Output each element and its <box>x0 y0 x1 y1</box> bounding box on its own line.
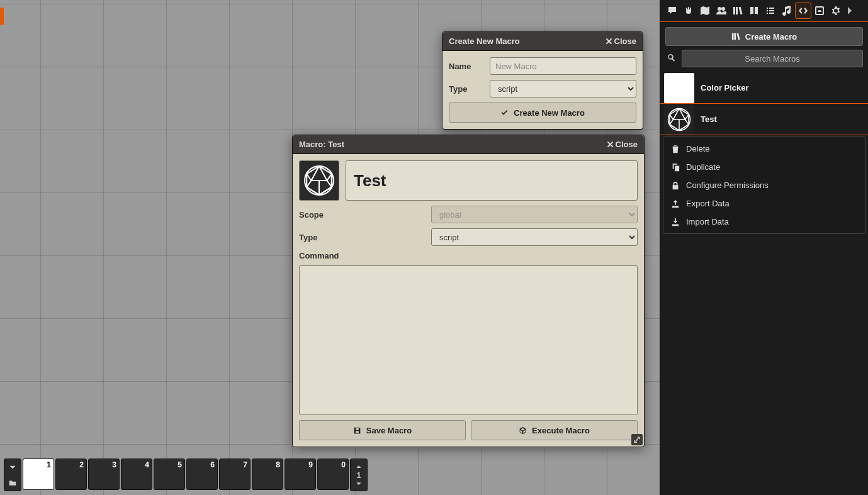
tab-macros[interactable] <box>795 3 811 19</box>
name-input[interactable] <box>490 57 636 75</box>
d20-icon <box>667 108 691 131</box>
ctx-duplicate[interactable]: Duplicate <box>663 158 865 176</box>
window-title: Create New Macro <box>449 36 520 46</box>
tab-tables[interactable] <box>762 3 779 19</box>
close-button[interactable]: Close <box>607 140 638 149</box>
macro-list: Color Picker Test <box>660 72 868 135</box>
close-button[interactable]: Close <box>606 36 636 46</box>
type-label: Type <box>299 233 425 242</box>
tab-chat[interactable] <box>664 3 680 19</box>
dice-icon <box>519 426 527 435</box>
expand-icon <box>633 436 641 443</box>
scene-tab-edge[interactable] <box>0 8 4 25</box>
name-label: Name <box>449 62 483 71</box>
search-macros-input[interactable] <box>682 50 863 67</box>
import-icon <box>671 218 680 226</box>
ctx-import[interactable]: Import Data <box>663 213 865 231</box>
tab-compendium[interactable] <box>811 3 828 19</box>
hotbar-slot-7[interactable]: 7 <box>219 459 251 490</box>
hotbar: 1 2 3 4 5 6 7 8 9 0 1 <box>4 459 368 491</box>
caret-down-icon <box>356 481 362 487</box>
type-label: Type <box>449 84 483 94</box>
sidebar-collapse[interactable] <box>844 3 855 19</box>
books-icon <box>731 32 740 41</box>
macro-thumb <box>664 104 694 135</box>
macro-label: Test <box>701 114 717 124</box>
hotbar-slot-4[interactable]: 4 <box>121 459 152 490</box>
macro-name-input[interactable] <box>346 160 638 201</box>
execute-macro-button[interactable]: Execute Macro <box>471 420 638 440</box>
tab-playlists[interactable] <box>779 3 795 19</box>
window-title: Macro: Test <box>299 140 344 149</box>
check-icon <box>500 109 509 117</box>
hotbar-controls[interactable] <box>4 459 21 491</box>
scope-select: global <box>431 206 638 223</box>
create-macro-button[interactable]: Create Macro <box>665 27 863 46</box>
ctx-delete[interactable]: Delete <box>663 140 865 158</box>
sidebar: Create Macro Color Picker Test Delete Du… <box>660 0 868 495</box>
command-textarea[interactable] <box>299 265 638 415</box>
window-titlebar[interactable]: Create New Macro Close <box>442 32 643 51</box>
caret-down-icon <box>9 464 16 471</box>
lock-icon <box>671 181 680 190</box>
export-icon <box>671 199 680 208</box>
trash-icon <box>671 145 680 153</box>
macro-item-test[interactable]: Test <box>660 104 868 135</box>
command-label: Command <box>299 251 638 260</box>
d20-icon <box>303 165 335 196</box>
type-select[interactable]: script <box>431 228 638 246</box>
macro-image[interactable] <box>299 160 339 201</box>
hotbar-slot-1[interactable]: 1 <box>23 459 54 490</box>
hotbar-page[interactable]: 1 <box>350 459 368 491</box>
create-macro-label: Create Macro <box>745 32 797 42</box>
ctx-permissions[interactable]: Configure Permissions <box>663 176 865 194</box>
close-icon <box>606 38 612 45</box>
sidebar-tabs <box>660 0 868 22</box>
tab-items[interactable] <box>730 3 746 19</box>
save-icon <box>353 426 361 435</box>
close-icon <box>607 141 614 148</box>
macro-thumb <box>664 73 694 103</box>
create-macro-window: Create New Macro Close Name Type script … <box>442 31 643 130</box>
tab-combat[interactable] <box>680 3 697 19</box>
hotbar-slot-9[interactable]: 9 <box>285 459 316 490</box>
tab-scenes[interactable] <box>697 3 713 19</box>
resize-handle[interactable] <box>631 434 643 445</box>
window-titlebar[interactable]: Macro: Test Close <box>293 135 644 154</box>
scope-label: Scope <box>299 210 425 220</box>
macro-item-color-picker[interactable]: Color Picker <box>660 72 868 104</box>
search-icon <box>665 53 678 64</box>
tab-journal[interactable] <box>746 3 762 19</box>
hotbar-slot-2[interactable]: 2 <box>55 459 87 490</box>
tab-settings[interactable] <box>828 3 844 19</box>
create-new-macro-button[interactable]: Create New Macro <box>449 103 636 123</box>
context-menu: Delete Duplicate Configure Permissions E… <box>663 136 865 234</box>
hotbar-slot-5[interactable]: 5 <box>154 459 185 490</box>
type-select[interactable]: script <box>490 80 636 97</box>
hotbar-slot-8[interactable]: 8 <box>252 459 283 490</box>
macro-editor-window: Macro: Test Close Scope global Type scri… <box>292 135 645 447</box>
save-macro-button[interactable]: Save Macro <box>299 420 466 440</box>
ctx-export[interactable]: Export Data <box>663 194 865 213</box>
folder-icon <box>9 479 16 487</box>
copy-icon <box>671 163 680 172</box>
hotbar-slot-3[interactable]: 3 <box>88 459 120 490</box>
hotbar-slot-0[interactable]: 0 <box>317 459 349 490</box>
macro-label: Color Picker <box>701 83 749 92</box>
hotbar-slot-6[interactable]: 6 <box>186 459 218 490</box>
caret-up-icon <box>356 464 362 470</box>
tab-actors[interactable] <box>713 3 730 19</box>
